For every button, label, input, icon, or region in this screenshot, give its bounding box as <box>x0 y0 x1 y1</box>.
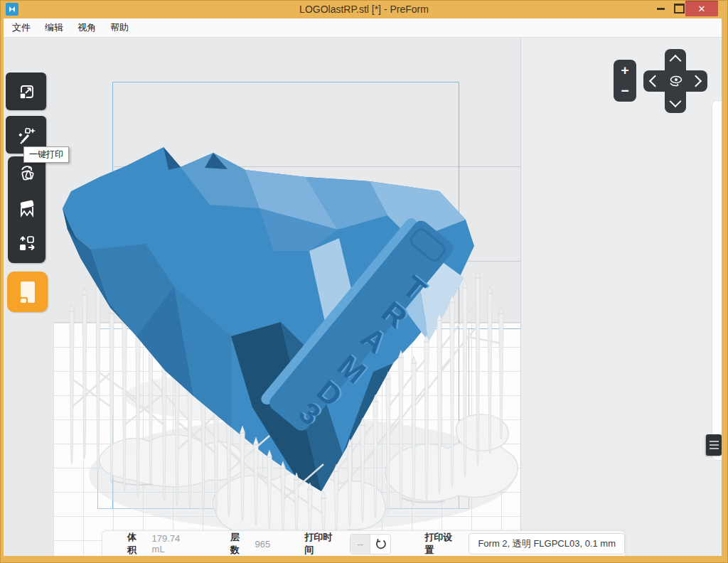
pan-down-button[interactable] <box>665 92 686 113</box>
preform-window: LOGOlastRP.stl [*] - PreForm ✕ 文件 编辑 视角 … <box>0 0 728 563</box>
magic-wand-icon <box>16 125 36 145</box>
volume-value: 179.74 mL <box>152 533 195 554</box>
printer-cartridge-button[interactable] <box>7 272 48 312</box>
side-panel-handle[interactable] <box>706 434 722 456</box>
maximize-icon <box>674 4 685 14</box>
viewport-3d[interactable]: 3DMART 3DMART <box>4 38 722 556</box>
zoom-in-button[interactable]: + <box>614 60 636 81</box>
menu-help[interactable]: 帮助 <box>108 20 131 36</box>
print-time-label: 打印时间 <box>304 531 341 556</box>
print-status-bar: 体积 179.74 mL 层数 965 打印时间 -- 打印设置 Form 2,… <box>102 530 626 556</box>
menu-bar: 文件 编辑 视角 帮助 <box>4 18 722 38</box>
chevron-down-icon <box>670 95 682 107</box>
pan-right-button[interactable] <box>686 70 707 92</box>
cartridge-icon <box>18 280 37 304</box>
view-dpad <box>643 49 707 113</box>
view-reset-button[interactable] <box>665 70 686 92</box>
pan-left-button[interactable] <box>643 70 665 92</box>
menu-file[interactable]: 文件 <box>10 20 33 36</box>
scale-icon <box>17 82 36 101</box>
zoom-out-button[interactable]: − <box>614 81 636 102</box>
minimize-button[interactable] <box>651 0 670 17</box>
layout-tool-button[interactable] <box>17 234 37 257</box>
zoom-control: + − <box>614 60 636 102</box>
minimize-icon <box>657 8 665 10</box>
rotate-tool-button[interactable] <box>17 163 37 186</box>
title-bar[interactable]: LOGOlastRP.stl [*] - PreForm ✕ <box>0 0 728 18</box>
app-content: 文件 编辑 视角 帮助 <box>4 18 722 556</box>
scale-tool-button[interactable] <box>6 73 46 110</box>
window-title: LOGOlastRP.stl [*] - PreForm <box>0 0 728 18</box>
one-click-print-tooltip: 一键打印 <box>23 146 69 163</box>
tool-group <box>8 156 46 263</box>
chevron-left-icon <box>649 75 661 87</box>
layers-value: 965 <box>255 539 270 549</box>
3d-scene[interactable]: 3DMART 3DMART <box>4 38 722 556</box>
side-panel-strip <box>712 100 722 461</box>
layout-icon <box>17 234 37 254</box>
handle-lines-icon <box>710 441 719 442</box>
volume-label: 体积 <box>127 531 146 556</box>
chevron-right-icon <box>690 75 702 87</box>
rotate-icon <box>17 163 37 183</box>
print-time-value: -- <box>350 535 370 554</box>
print-settings-button[interactable]: Form 2, 透明 FLGPCL03, 0.1 mm <box>469 533 625 554</box>
menu-view[interactable]: 视角 <box>75 20 98 36</box>
supports-icon <box>17 198 37 218</box>
print-time-control: -- <box>350 534 391 554</box>
layers-label: 层数 <box>230 531 249 556</box>
print-settings-label: 打印设置 <box>424 531 461 556</box>
eye-orbit-icon <box>668 74 683 88</box>
refresh-icon <box>375 538 386 549</box>
close-button[interactable]: ✕ <box>685 1 718 16</box>
refresh-time-button[interactable] <box>370 535 390 554</box>
pan-up-button[interactable] <box>665 49 686 70</box>
menu-edit[interactable]: 编辑 <box>43 20 65 36</box>
supports-tool-button[interactable] <box>17 198 37 221</box>
chevron-up-icon <box>670 55 682 67</box>
